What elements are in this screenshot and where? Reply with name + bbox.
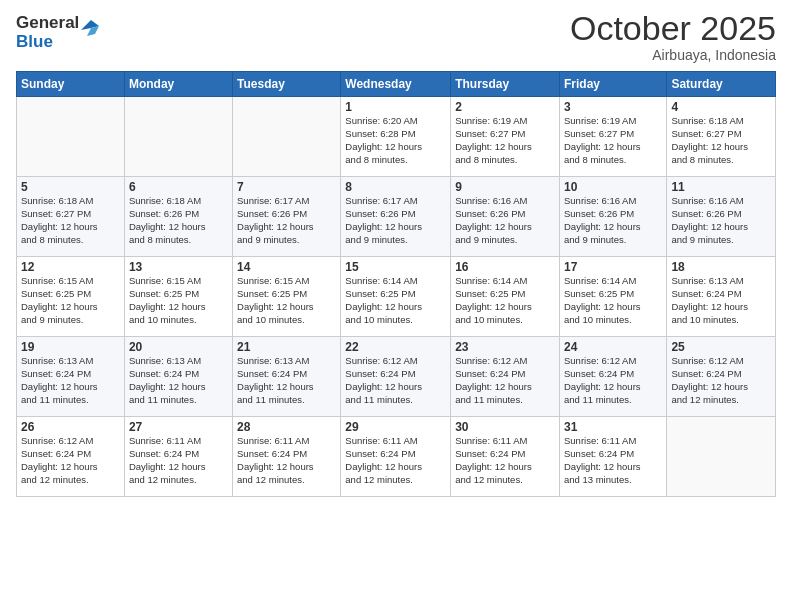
day-number: 9 bbox=[455, 180, 555, 194]
day-info: Sunrise: 6:14 AMSunset: 6:25 PMDaylight:… bbox=[345, 275, 446, 326]
calendar-cell: 15Sunrise: 6:14 AMSunset: 6:25 PMDayligh… bbox=[341, 257, 451, 337]
day-number: 26 bbox=[21, 420, 120, 434]
day-number: 1 bbox=[345, 100, 446, 114]
calendar-cell: 12Sunrise: 6:15 AMSunset: 6:25 PMDayligh… bbox=[17, 257, 125, 337]
location: Airbuaya, Indonesia bbox=[570, 47, 776, 63]
day-number: 14 bbox=[237, 260, 336, 274]
day-number: 25 bbox=[671, 340, 771, 354]
day-number: 20 bbox=[129, 340, 228, 354]
day-number: 17 bbox=[564, 260, 662, 274]
calendar-cell: 22Sunrise: 6:12 AMSunset: 6:24 PMDayligh… bbox=[341, 337, 451, 417]
day-info: Sunrise: 6:16 AMSunset: 6:26 PMDaylight:… bbox=[564, 195, 662, 246]
day-number: 27 bbox=[129, 420, 228, 434]
calendar-week-1: 1Sunrise: 6:20 AMSunset: 6:28 PMDaylight… bbox=[17, 97, 776, 177]
weekday-header-friday: Friday bbox=[559, 72, 666, 97]
day-number: 3 bbox=[564, 100, 662, 114]
day-number: 19 bbox=[21, 340, 120, 354]
calendar-cell: 7Sunrise: 6:17 AMSunset: 6:26 PMDaylight… bbox=[233, 177, 341, 257]
calendar-cell: 24Sunrise: 6:12 AMSunset: 6:24 PMDayligh… bbox=[559, 337, 666, 417]
calendar-cell: 21Sunrise: 6:13 AMSunset: 6:24 PMDayligh… bbox=[233, 337, 341, 417]
day-number: 12 bbox=[21, 260, 120, 274]
month-title: October 2025 bbox=[570, 10, 776, 47]
calendar-cell: 18Sunrise: 6:13 AMSunset: 6:24 PMDayligh… bbox=[667, 257, 776, 337]
day-info: Sunrise: 6:17 AMSunset: 6:26 PMDaylight:… bbox=[345, 195, 446, 246]
day-number: 6 bbox=[129, 180, 228, 194]
calendar-cell: 1Sunrise: 6:20 AMSunset: 6:28 PMDaylight… bbox=[341, 97, 451, 177]
weekday-header-row: SundayMondayTuesdayWednesdayThursdayFrid… bbox=[17, 72, 776, 97]
day-number: 24 bbox=[564, 340, 662, 354]
day-info: Sunrise: 6:15 AMSunset: 6:25 PMDaylight:… bbox=[129, 275, 228, 326]
day-info: Sunrise: 6:13 AMSunset: 6:24 PMDaylight:… bbox=[21, 355, 120, 406]
calendar-cell: 16Sunrise: 6:14 AMSunset: 6:25 PMDayligh… bbox=[451, 257, 560, 337]
day-info: Sunrise: 6:20 AMSunset: 6:28 PMDaylight:… bbox=[345, 115, 446, 166]
calendar-cell: 26Sunrise: 6:12 AMSunset: 6:24 PMDayligh… bbox=[17, 417, 125, 497]
calendar-cell: 25Sunrise: 6:12 AMSunset: 6:24 PMDayligh… bbox=[667, 337, 776, 417]
day-number: 15 bbox=[345, 260, 446, 274]
day-info: Sunrise: 6:12 AMSunset: 6:24 PMDaylight:… bbox=[345, 355, 446, 406]
calendar-cell: 8Sunrise: 6:17 AMSunset: 6:26 PMDaylight… bbox=[341, 177, 451, 257]
calendar-cell bbox=[667, 417, 776, 497]
day-number: 5 bbox=[21, 180, 120, 194]
calendar-week-2: 5Sunrise: 6:18 AMSunset: 6:27 PMDaylight… bbox=[17, 177, 776, 257]
calendar-cell bbox=[17, 97, 125, 177]
day-info: Sunrise: 6:18 AMSunset: 6:26 PMDaylight:… bbox=[129, 195, 228, 246]
day-number: 30 bbox=[455, 420, 555, 434]
day-number: 31 bbox=[564, 420, 662, 434]
calendar-cell bbox=[233, 97, 341, 177]
day-number: 23 bbox=[455, 340, 555, 354]
calendar-cell: 19Sunrise: 6:13 AMSunset: 6:24 PMDayligh… bbox=[17, 337, 125, 417]
day-number: 18 bbox=[671, 260, 771, 274]
title-block: October 2025 Airbuaya, Indonesia bbox=[570, 10, 776, 63]
day-info: Sunrise: 6:12 AMSunset: 6:24 PMDaylight:… bbox=[564, 355, 662, 406]
calendar-cell: 30Sunrise: 6:11 AMSunset: 6:24 PMDayligh… bbox=[451, 417, 560, 497]
day-number: 11 bbox=[671, 180, 771, 194]
calendar-week-5: 26Sunrise: 6:12 AMSunset: 6:24 PMDayligh… bbox=[17, 417, 776, 497]
day-info: Sunrise: 6:16 AMSunset: 6:26 PMDaylight:… bbox=[455, 195, 555, 246]
day-info: Sunrise: 6:15 AMSunset: 6:25 PMDaylight:… bbox=[237, 275, 336, 326]
calendar-cell: 10Sunrise: 6:16 AMSunset: 6:26 PMDayligh… bbox=[559, 177, 666, 257]
calendar-cell: 28Sunrise: 6:11 AMSunset: 6:24 PMDayligh… bbox=[233, 417, 341, 497]
day-info: Sunrise: 6:19 AMSunset: 6:27 PMDaylight:… bbox=[455, 115, 555, 166]
weekday-header-saturday: Saturday bbox=[667, 72, 776, 97]
day-number: 8 bbox=[345, 180, 446, 194]
day-info: Sunrise: 6:18 AMSunset: 6:27 PMDaylight:… bbox=[671, 115, 771, 166]
day-info: Sunrise: 6:12 AMSunset: 6:24 PMDaylight:… bbox=[21, 435, 120, 486]
day-number: 21 bbox=[237, 340, 336, 354]
calendar-cell: 5Sunrise: 6:18 AMSunset: 6:27 PMDaylight… bbox=[17, 177, 125, 257]
calendar-cell: 9Sunrise: 6:16 AMSunset: 6:26 PMDaylight… bbox=[451, 177, 560, 257]
day-number: 10 bbox=[564, 180, 662, 194]
day-number: 13 bbox=[129, 260, 228, 274]
calendar-cell: 14Sunrise: 6:15 AMSunset: 6:25 PMDayligh… bbox=[233, 257, 341, 337]
day-info: Sunrise: 6:15 AMSunset: 6:25 PMDaylight:… bbox=[21, 275, 120, 326]
weekday-header-sunday: Sunday bbox=[17, 72, 125, 97]
calendar-cell: 6Sunrise: 6:18 AMSunset: 6:26 PMDaylight… bbox=[124, 177, 232, 257]
calendar-cell: 23Sunrise: 6:12 AMSunset: 6:24 PMDayligh… bbox=[451, 337, 560, 417]
day-info: Sunrise: 6:11 AMSunset: 6:24 PMDaylight:… bbox=[564, 435, 662, 486]
calendar-week-4: 19Sunrise: 6:13 AMSunset: 6:24 PMDayligh… bbox=[17, 337, 776, 417]
calendar-cell: 29Sunrise: 6:11 AMSunset: 6:24 PMDayligh… bbox=[341, 417, 451, 497]
weekday-header-tuesday: Tuesday bbox=[233, 72, 341, 97]
day-info: Sunrise: 6:17 AMSunset: 6:26 PMDaylight:… bbox=[237, 195, 336, 246]
day-info: Sunrise: 6:18 AMSunset: 6:27 PMDaylight:… bbox=[21, 195, 120, 246]
day-info: Sunrise: 6:11 AMSunset: 6:24 PMDaylight:… bbox=[455, 435, 555, 486]
logo: General Blue bbox=[16, 14, 99, 51]
day-info: Sunrise: 6:13 AMSunset: 6:24 PMDaylight:… bbox=[237, 355, 336, 406]
weekday-header-monday: Monday bbox=[124, 72, 232, 97]
calendar-cell: 11Sunrise: 6:16 AMSunset: 6:26 PMDayligh… bbox=[667, 177, 776, 257]
day-info: Sunrise: 6:11 AMSunset: 6:24 PMDaylight:… bbox=[345, 435, 446, 486]
day-number: 22 bbox=[345, 340, 446, 354]
day-number: 29 bbox=[345, 420, 446, 434]
day-number: 7 bbox=[237, 180, 336, 194]
weekday-header-wednesday: Wednesday bbox=[341, 72, 451, 97]
day-number: 2 bbox=[455, 100, 555, 114]
calendar-cell: 31Sunrise: 6:11 AMSunset: 6:24 PMDayligh… bbox=[559, 417, 666, 497]
day-info: Sunrise: 6:11 AMSunset: 6:24 PMDaylight:… bbox=[129, 435, 228, 486]
page-header: General Blue October 2025 Airbuaya, Indo… bbox=[16, 10, 776, 63]
day-info: Sunrise: 6:13 AMSunset: 6:24 PMDaylight:… bbox=[671, 275, 771, 326]
day-info: Sunrise: 6:14 AMSunset: 6:25 PMDaylight:… bbox=[564, 275, 662, 326]
weekday-header-thursday: Thursday bbox=[451, 72, 560, 97]
calendar-cell bbox=[124, 97, 232, 177]
logo-general: General bbox=[16, 14, 79, 33]
day-number: 16 bbox=[455, 260, 555, 274]
logo-bird-icon bbox=[81, 20, 99, 42]
